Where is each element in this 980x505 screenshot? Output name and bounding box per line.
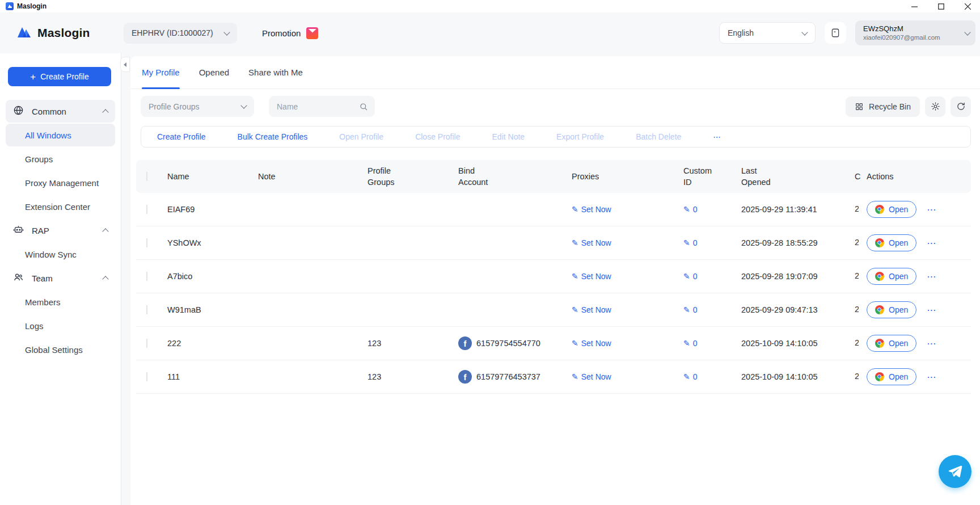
sidebar-group-rap[interactable]: RAP	[6, 219, 115, 242]
sidebar-item-global-settings[interactable]: Global Settings	[6, 338, 115, 361]
refresh-button[interactable]	[951, 96, 971, 117]
custom-id-value: 0	[693, 372, 698, 381]
open-profile-button[interactable]: Open	[867, 368, 916, 385]
telegram-fab[interactable]	[939, 455, 971, 488]
toolbar-bulk-create-profiles[interactable]: Bulk Create Profiles	[238, 132, 308, 141]
edit-icon: ✎	[683, 339, 690, 348]
chevron-up-icon	[102, 228, 108, 234]
toolbar-more-button[interactable]: ⋯	[713, 132, 721, 141]
toolbar-create-profile[interactable]: Create Profile	[157, 132, 206, 141]
robot-icon	[13, 224, 24, 237]
tab-share-with-me[interactable]: Share with Me	[248, 68, 303, 89]
set-now-link[interactable]: ✎Set Now	[572, 205, 611, 214]
custom-id-cell: ✎0	[679, 205, 737, 214]
app-header: Maslogin EHPHRV (ID:1000027) Promotion E…	[0, 12, 980, 53]
sidebar-item-proxy-management[interactable]: Proxy Management	[6, 171, 115, 194]
proxies-cell: ✎Set Now	[567, 238, 679, 247]
custom-id-edit[interactable]: ✎0	[683, 305, 698, 314]
created-truncated: 2	[850, 372, 862, 382]
open-profile-button[interactable]: Open	[867, 201, 916, 218]
open-profile-button[interactable]: Open	[867, 234, 916, 251]
sidebar-item-members[interactable]: Members	[6, 291, 115, 313]
sidebar-item-all-windows[interactable]: All Windows	[6, 124, 115, 146]
open-profile-button[interactable]: Open	[867, 268, 916, 285]
recycle-bin-label: Recycle Bin	[869, 102, 911, 111]
document-icon	[830, 28, 840, 38]
row-more-button[interactable]: ⋯	[927, 372, 936, 382]
row-more-button[interactable]: ⋯	[927, 238, 936, 249]
workspace-selector[interactable]: EHPHRV (ID:1000027)	[124, 23, 237, 44]
close-button[interactable]	[965, 3, 971, 10]
recycle-bin-button[interactable]: Recycle Bin	[846, 96, 920, 117]
profile-tabs: My ProfileOpenedShare with Me	[130, 56, 980, 89]
name-search-input[interactable]	[277, 102, 350, 111]
select-all-checkbox[interactable]	[146, 172, 147, 181]
bulk-actions-toolbar: Create ProfileBulk Create ProfilesOpen P…	[141, 126, 971, 148]
profile-groups-select[interactable]: Profile Groups	[141, 96, 254, 117]
tab-opened[interactable]: Opened	[199, 68, 229, 89]
toolbar-export-profile: Export Profile	[556, 132, 604, 141]
edit-icon: ✎	[572, 238, 578, 247]
row-more-button[interactable]: ⋯	[927, 204, 936, 215]
set-now-link[interactable]: ✎Set Now	[572, 372, 611, 381]
bind-account: f61579776453737	[454, 370, 567, 384]
set-now-link[interactable]: ✎Set Now	[572, 272, 611, 281]
row-checkbox[interactable]	[146, 238, 147, 247]
open-profile-button[interactable]: Open	[867, 301, 916, 318]
chrome-icon	[875, 339, 884, 348]
toolbar-open-profile: Open Profile	[339, 132, 383, 141]
tab-my-profile[interactable]: My Profile	[142, 68, 180, 89]
custom-id-edit[interactable]: ✎0	[683, 205, 698, 214]
row-checkbox-cell	[136, 305, 163, 314]
sidebar-item-logs[interactable]: Logs	[6, 314, 115, 337]
maximize-button[interactable]	[938, 3, 944, 10]
set-now-link[interactable]: ✎Set Now	[572, 339, 611, 348]
created-truncated: 2	[850, 204, 862, 215]
minimize-button[interactable]	[911, 3, 918, 10]
open-profile-button[interactable]: Open	[867, 335, 916, 352]
open-label: Open	[889, 339, 908, 348]
table-row: 111123f61579776453737✎Set Now✎02025-10-0…	[136, 360, 971, 394]
custom-id-edit[interactable]: ✎0	[683, 372, 698, 381]
row-checkbox[interactable]	[146, 272, 147, 281]
row-more-button[interactable]: ⋯	[927, 338, 936, 349]
sidebar-group-label: Common	[32, 107, 66, 116]
open-label: Open	[889, 238, 908, 247]
actions-cell: Open⋯	[862, 201, 971, 218]
column-header-actions: Actions	[862, 171, 971, 182]
settings-button[interactable]	[925, 96, 945, 117]
set-now-label: Set Now	[581, 238, 611, 247]
proxies-cell: ✎Set Now	[567, 272, 679, 281]
row-checkbox[interactable]	[146, 372, 147, 381]
edit-icon: ✎	[683, 372, 690, 381]
custom-id-edit[interactable]: ✎0	[683, 272, 698, 281]
account-email: xiaofei020907@gmail.com	[863, 33, 940, 41]
custom-id-edit[interactable]: ✎0	[683, 238, 698, 247]
row-checkbox-cell	[136, 238, 163, 247]
sidebar-collapse-handle[interactable]	[120, 57, 130, 72]
chrome-icon	[875, 305, 884, 314]
sidebar: + Create Profile CommonAll WindowsGroups…	[0, 53, 121, 505]
account-menu[interactable]: EWzSQhzM xiaofei020907@gmail.com	[855, 20, 975, 45]
sidebar-group-team[interactable]: Team	[6, 267, 115, 289]
notes-button[interactable]	[825, 22, 846, 44]
table-row: A7bico✎Set Now✎02025-09-28 19:07:092Open…	[136, 260, 971, 293]
row-checkbox[interactable]	[146, 205, 147, 214]
row-checkbox[interactable]	[146, 339, 147, 348]
row-checkbox[interactable]	[146, 305, 147, 314]
set-now-link[interactable]: ✎Set Now	[572, 238, 611, 247]
create-profile-button[interactable]: + Create Profile	[8, 67, 111, 86]
table-row: W91maB✎Set Now✎02025-09-29 09:47:132Open…	[136, 293, 971, 327]
sidebar-item-groups[interactable]: Groups	[6, 148, 115, 170]
promotion-link[interactable]: Promotion	[262, 27, 318, 39]
custom-id-edit[interactable]: ✎0	[683, 339, 698, 348]
language-selector[interactable]: English	[719, 22, 816, 44]
set-now-link[interactable]: ✎Set Now	[572, 305, 611, 314]
chevron-left-icon	[124, 62, 126, 67]
table-header: NameNoteProfile GroupsBind AccountProxie…	[136, 160, 971, 193]
sidebar-item-extension-center[interactable]: Extension Center	[6, 195, 115, 218]
row-more-button[interactable]: ⋯	[927, 305, 936, 315]
sidebar-group-common[interactable]: Common	[6, 100, 115, 123]
row-more-button[interactable]: ⋯	[927, 271, 936, 282]
sidebar-item-window-sync[interactable]: Window Sync	[6, 243, 115, 266]
